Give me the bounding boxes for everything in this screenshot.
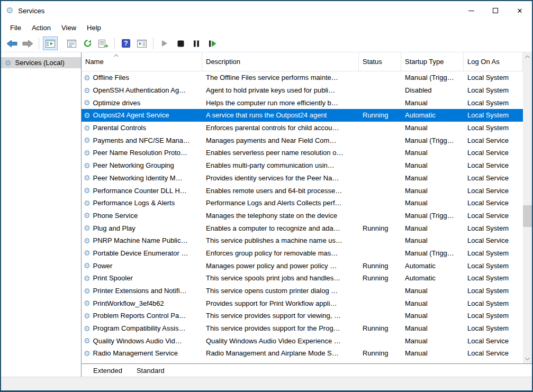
table-row[interactable]: ⚙Outpost24 Agent ServiceA service that r… bbox=[82, 109, 523, 122]
service-name-cell: ⚙Phone Service bbox=[82, 209, 202, 222]
scrollbar-track[interactable] bbox=[523, 61, 532, 354]
table-row[interactable]: ⚙Radio Management ServiceRadio Managemen… bbox=[82, 347, 523, 360]
pause-service-button[interactable] bbox=[189, 37, 204, 50]
table-row[interactable]: ⚙PrintWorkflow_3ef4b62Provides support f… bbox=[82, 297, 523, 309]
table-row[interactable]: ⚙Portable Device Enumerator …Enforces gr… bbox=[82, 247, 523, 260]
tab-standard[interactable]: Standard bbox=[128, 364, 174, 377]
list-viewport: Name Description Status Startup Type Log… bbox=[82, 52, 532, 364]
service-name: Outpost24 Agent Service bbox=[93, 111, 169, 119]
service-status bbox=[359, 334, 401, 347]
table-row[interactable]: ⚙Quality Windows Audio Vid…Quality Windo… bbox=[82, 334, 523, 347]
service-status bbox=[359, 297, 401, 309]
service-startup-type: Manual bbox=[401, 159, 464, 172]
table-row[interactable]: ⚙Offline FilesThe Offline Files service … bbox=[82, 71, 523, 84]
stop-service-button[interactable] bbox=[173, 37, 188, 50]
table-row[interactable]: ⚙Peer Name Resolution Proto…Enables serv… bbox=[82, 147, 523, 159]
service-log-on-as: Local System bbox=[464, 71, 523, 84]
service-startup-type: Manual (Trigg… bbox=[401, 247, 464, 260]
toolbar-separator bbox=[153, 38, 153, 49]
service-startup-type: Manual bbox=[401, 334, 464, 347]
service-log-on-as: Local System bbox=[464, 322, 523, 335]
service-description: This service spools print jobs and handl… bbox=[202, 272, 359, 285]
column-header-status[interactable]: Status bbox=[359, 52, 401, 71]
service-status bbox=[359, 96, 401, 109]
service-gear-icon: ⚙ bbox=[84, 87, 91, 94]
table-row[interactable]: ⚙Phone ServiceManages the telephony stat… bbox=[82, 209, 523, 222]
back-button[interactable] bbox=[4, 37, 19, 50]
service-name: Power bbox=[93, 262, 113, 270]
scrollbar-thumb[interactable] bbox=[523, 205, 532, 227]
forward-icon bbox=[22, 40, 33, 48]
menu-item-help[interactable]: Help bbox=[82, 22, 106, 33]
service-startup-type bbox=[401, 360, 464, 363]
service-log-on-as: Local Service bbox=[464, 234, 523, 247]
service-log-on-as: Local System bbox=[464, 109, 523, 122]
chevron-up-icon bbox=[525, 56, 530, 58]
show-console-tree-button[interactable] bbox=[43, 37, 58, 50]
table-row[interactable]: ⚙Problem Reports Control Pa…This service… bbox=[82, 309, 523, 322]
service-gear-icon: ⚙ bbox=[84, 237, 91, 244]
service-gear-icon: ⚙ bbox=[84, 337, 91, 344]
service-description: Enables a computer to recognize and ada… bbox=[202, 222, 359, 234]
scroll-up-button[interactable] bbox=[523, 52, 532, 61]
service-status: Running bbox=[359, 259, 401, 272]
close-button[interactable]: ✕ bbox=[508, 1, 532, 20]
forward-button[interactable] bbox=[20, 37, 35, 50]
table-row[interactable]: ⚙ bbox=[82, 360, 523, 363]
service-description: Quality Windows Audio Video Experience … bbox=[202, 334, 359, 347]
show-hide-action-pane-button[interactable] bbox=[134, 37, 149, 50]
service-name: Plug and Play bbox=[93, 224, 135, 232]
service-gear-icon: ⚙ bbox=[84, 312, 91, 320]
service-log-on-as: Local System bbox=[464, 259, 523, 272]
table-row[interactable]: ⚙Optimize drivesHelps the computer run m… bbox=[82, 96, 523, 109]
service-startup-type: Automatic bbox=[401, 109, 464, 122]
menu-item-action[interactable]: Action bbox=[26, 22, 56, 33]
table-row[interactable]: ⚙PowerManages power policy and power pol… bbox=[82, 259, 523, 272]
table-row[interactable]: ⚙Program Compatibility Assis…This servic… bbox=[82, 322, 523, 335]
service-startup-type: Disabled bbox=[401, 84, 464, 97]
table-row[interactable]: ⚙Parental ControlsEnforces parental cont… bbox=[82, 122, 523, 134]
sidebar-item-services-local[interactable]: ⚙ Services (Local) bbox=[1, 57, 81, 68]
refresh-button[interactable] bbox=[80, 37, 95, 50]
service-status bbox=[359, 234, 401, 247]
table-row[interactable]: ⚙Payments and NFC/SE Mana…Manages paymen… bbox=[82, 134, 523, 147]
table-row[interactable]: ⚙Peer Networking Identity M…Provides ide… bbox=[82, 172, 523, 185]
service-status: Running bbox=[359, 222, 401, 234]
service-startup-type: Manual bbox=[401, 234, 464, 247]
column-header-description[interactable]: Description bbox=[202, 52, 359, 71]
service-gear-icon: ⚙ bbox=[84, 299, 91, 307]
column-header-name[interactable]: Name bbox=[82, 52, 202, 71]
vertical-scrollbar[interactable] bbox=[523, 52, 532, 363]
maximize-button[interactable] bbox=[483, 1, 508, 20]
export-list-button[interactable] bbox=[96, 37, 111, 50]
table-row[interactable]: ⚙Print SpoolerThis service spools print … bbox=[82, 272, 523, 285]
tab-extended[interactable]: Extended bbox=[84, 364, 131, 377]
table-row[interactable]: ⚙Printer Extensions and Notifi…This serv… bbox=[82, 285, 523, 297]
service-name: Performance Logs & Alerts bbox=[93, 199, 175, 207]
minimize-button[interactable] bbox=[459, 1, 483, 20]
scroll-down-button[interactable] bbox=[523, 354, 532, 363]
table-row[interactable]: ⚙Performance Counter DLL H…Enables remot… bbox=[82, 184, 523, 197]
table-row[interactable]: ⚙Plug and PlayEnables a computer to reco… bbox=[82, 222, 523, 234]
service-description: Enforces parental controls for child acc… bbox=[202, 122, 359, 134]
column-header-log-on-as[interactable]: Log On As bbox=[464, 52, 523, 71]
restart-service-button[interactable] bbox=[205, 37, 220, 50]
services-list-pane: Name Description Status Startup Type Log… bbox=[82, 52, 532, 377]
service-name-cell: ⚙Outpost24 Agent Service bbox=[82, 109, 202, 122]
service-log-on-as: Local Service bbox=[464, 172, 523, 185]
service-startup-type: Manual bbox=[401, 172, 464, 185]
table-row[interactable]: ⚙Peer Networking GroupingEnables multi-p… bbox=[82, 159, 523, 172]
service-name-cell: ⚙PNRP Machine Name Public… bbox=[82, 234, 202, 247]
table-row[interactable]: ⚙Performance Logs & AlertsPerformance Lo… bbox=[82, 197, 523, 209]
table-row[interactable]: ⚙PNRP Machine Name Public…This service p… bbox=[82, 234, 523, 247]
table-row[interactable]: ⚙OpenSSH Authentication Ag…Agent to hold… bbox=[82, 84, 523, 97]
service-description: Agent to hold private keys used for publ… bbox=[202, 84, 359, 97]
start-service-button[interactable] bbox=[157, 37, 172, 50]
help-button[interactable]: ? bbox=[119, 37, 133, 50]
service-startup-type: Manual bbox=[401, 285, 464, 297]
menu-item-view[interactable]: View bbox=[56, 22, 82, 33]
column-header-startup-type[interactable]: Startup Type bbox=[401, 52, 464, 71]
menu-item-file[interactable]: File bbox=[5, 22, 26, 33]
properties-button[interactable] bbox=[64, 37, 79, 50]
menu-bar: FileActionViewHelp bbox=[1, 20, 532, 35]
